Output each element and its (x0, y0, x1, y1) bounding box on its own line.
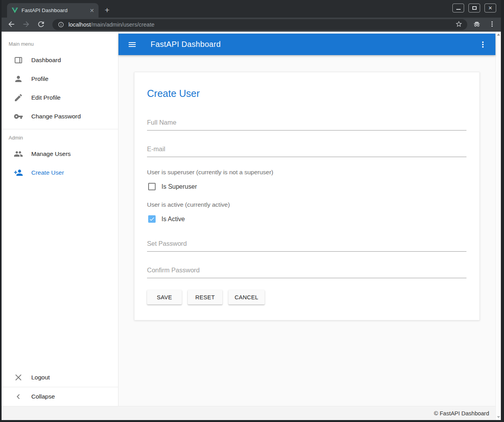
confirm-password-input[interactable] (147, 263, 466, 278)
active-checkbox[interactable] (148, 215, 156, 223)
url-text: localhost/main/admin/users/create (68, 21, 154, 28)
sidebar-item-dashboard[interactable]: Dashboard (2, 51, 118, 70)
active-hint: User is active (currently active) (147, 201, 466, 208)
maximize-icon[interactable] (468, 4, 480, 13)
create-user-card: Create User User is superuser (currently… (134, 72, 480, 320)
confirm-password-field-wrap (147, 263, 466, 278)
set-password-field-wrap (147, 237, 466, 252)
browser-window: FastAPI Dashboard ✕ + ✕ localh (2, 0, 501, 420)
copyright-text: © FastAPI Dashboard (434, 410, 489, 417)
full-name-field-wrap (147, 116, 466, 131)
email-input[interactable] (147, 142, 466, 157)
browser-toolbar: localhost/main/admin/users/create (2, 18, 501, 32)
sidebar-item-collapse[interactable]: Collapse (2, 387, 118, 406)
person-add-icon (14, 168, 23, 177)
site-info-icon (58, 21, 64, 28)
app-title: FastAPI Dashboard (151, 40, 478, 49)
window-frame: FastAPI Dashboard ✕ + ✕ localh (0, 0, 504, 422)
scroll-up-icon[interactable] (497, 34, 500, 36)
new-tab-icon[interactable]: + (102, 5, 113, 16)
app-footer: © FastAPI Dashboard (2, 406, 495, 420)
page-scrollbar[interactable] (495, 32, 501, 420)
superuser-checkbox-label: Is Superuser (161, 183, 197, 190)
close-icon[interactable]: ✕ (484, 4, 496, 13)
page-content: Main menu Dashboard Profile (2, 32, 501, 420)
superuser-checkbox-row[interactable]: Is Superuser (148, 183, 466, 190)
dashboard-icon (14, 55, 23, 65)
active-checkbox-label: Is Active (161, 216, 185, 223)
people-icon (14, 149, 23, 159)
sidebar-divider (2, 129, 118, 129)
pencil-icon (14, 93, 23, 102)
sidebar: Main menu Dashboard Profile (2, 32, 118, 406)
active-checkbox-row[interactable]: Is Active (148, 215, 466, 223)
app-header: FastAPI Dashboard (118, 34, 495, 55)
hamburger-menu-icon[interactable] (127, 40, 137, 49)
vue-logo-icon (12, 7, 18, 13)
save-button[interactable]: SAVE (147, 290, 182, 304)
email-field-wrap (147, 142, 466, 157)
page-body: Create User User is superuser (currently… (118, 55, 495, 406)
cancel-button[interactable]: CANCEL (228, 290, 265, 304)
sidebar-section-admin: Admin (2, 132, 118, 145)
superuser-checkbox[interactable] (148, 183, 156, 190)
bookmark-star-icon[interactable] (455, 20, 463, 29)
sidebar-item-manage-users[interactable]: Manage Users (2, 145, 118, 163)
check-icon (149, 216, 155, 222)
sidebar-item-logout[interactable]: Logout (2, 368, 118, 387)
incognito-icon (473, 20, 481, 30)
superuser-hint: User is superuser (currently is not a su… (147, 169, 466, 176)
set-password-input[interactable] (147, 237, 466, 252)
browser-tab[interactable]: FastAPI Dashboard ✕ (7, 3, 99, 18)
forward-icon[interactable] (22, 20, 31, 29)
reset-button[interactable]: RESET (188, 290, 222, 304)
logout-close-icon (14, 373, 23, 382)
toolbar-right (473, 20, 496, 30)
sidebar-item-profile[interactable]: Profile (2, 70, 118, 88)
person-icon (14, 74, 23, 84)
sidebar-section-main-menu: Main menu (2, 39, 118, 51)
refresh-icon[interactable] (37, 20, 46, 29)
main-area: FastAPI Dashboard Create User (118, 32, 495, 406)
back-icon[interactable] (7, 20, 16, 29)
key-icon (14, 112, 23, 121)
chevron-left-icon (14, 392, 23, 401)
sidebar-item-change-password[interactable]: Change Password (2, 107, 118, 126)
tab-close-icon[interactable]: ✕ (88, 7, 95, 14)
browser-menu-icon[interactable] (488, 20, 496, 30)
form-buttons: SAVE RESET CANCEL (147, 290, 466, 304)
browser-titlebar: FastAPI Dashboard ✕ + ✕ (2, 0, 501, 18)
scroll-down-icon[interactable] (497, 416, 500, 418)
app-overflow-menu-icon[interactable] (478, 40, 488, 49)
sidebar-item-edit-profile[interactable]: Edit Profile (2, 88, 118, 107)
minimize-icon[interactable] (452, 4, 464, 13)
page-title: Create User (147, 88, 466, 99)
url-bar[interactable]: localhost/main/admin/users/create (52, 19, 467, 30)
window-controls: ✕ (452, 4, 496, 13)
full-name-input[interactable] (147, 116, 466, 131)
tab-title: FastAPI Dashboard (22, 7, 85, 13)
sidebar-item-create-user[interactable]: Create User (2, 163, 118, 182)
